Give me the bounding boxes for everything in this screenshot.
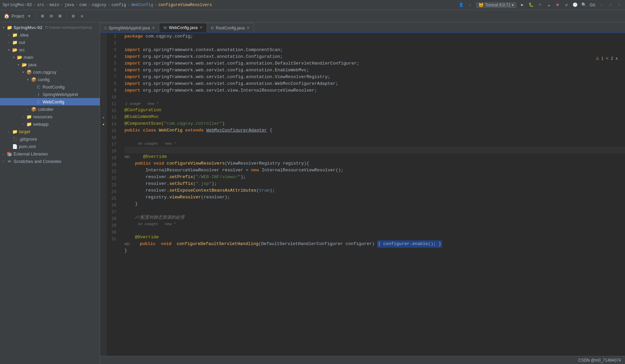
- sidebar-item-main[interactable]: ▾ 📂 main: [0, 53, 100, 61]
- sidebar-item-idea[interactable]: › 📁 .idea: [0, 31, 100, 39]
- rerun-icon[interactable]: ↺: [563, 2, 569, 8]
- project-chevron[interactable]: ▾: [25, 13, 33, 20]
- tab-icon-root: R: [211, 26, 214, 30]
- breadcrumb-config[interactable]: config: [112, 3, 126, 7]
- com-cqgcxy-label: com.cqgcxy: [33, 70, 56, 75]
- ln-28: 28: [107, 216, 119, 222]
- sidebar-item-gitignore[interactable]: › ⚫ .gitignore: [0, 135, 100, 143]
- code-meta-1: 1 usage new *: [124, 101, 625, 107]
- sidebar-item-springmvc02[interactable]: ▾ 📁 SpringMvc-02 D:\maven-workspace\Spri…: [0, 24, 100, 31]
- git-label: Git:: [589, 3, 596, 7]
- tab-webconfig[interactable]: W WebConfig.java ✕: [159, 23, 207, 32]
- ln-2: 2: [107, 40, 119, 47]
- search-icon[interactable]: 🔍: [581, 2, 587, 8]
- ln-17: 17: [107, 141, 119, 148]
- code-content[interactable]: package com.cqgcxy.config; import org.sp…: [122, 33, 625, 356]
- collapse-icon[interactable]: ∧: [615, 56, 618, 61]
- breadcrumb-java[interactable]: java: [64, 3, 74, 7]
- sidebar-item-rootconfig[interactable]: › C RootConfig: [0, 83, 100, 91]
- tab-close-rootconfig[interactable]: ✕: [247, 26, 250, 30]
- breadcrumb-main[interactable]: main: [49, 3, 59, 7]
- toolbar-close-icon[interactable]: ✕: [78, 13, 86, 20]
- code-line-23: }: [124, 201, 625, 208]
- coverage-icon[interactable]: ⚡: [537, 2, 543, 8]
- ln-23: 23: [107, 182, 119, 189]
- ln-13: 13: [107, 114, 119, 121]
- sidebar-item-webapp[interactable]: › 📁 webapp: [0, 120, 100, 128]
- breadcrumb-com[interactable]: com: [79, 3, 87, 7]
- code-line-10: [124, 94, 625, 101]
- ln-10: 10: [107, 94, 119, 101]
- arrow-icon: ▾: [11, 55, 16, 59]
- history-icon[interactable]: 🕐: [572, 2, 578, 8]
- vcs-icon[interactable]: ✓: [467, 2, 473, 8]
- sidebar-item-target[interactable]: › 📁 target: [0, 128, 100, 135]
- package-icon: 📦: [31, 106, 37, 112]
- gutter-line-14: ●: [100, 121, 107, 128]
- project-path: D:\maven-workspace\Spring: [45, 25, 92, 29]
- breadcrumb-springmvc02[interactable]: SpringMvc-02: [3, 3, 32, 7]
- tab-rootconfig[interactable]: R RootConfig.java ✕: [207, 23, 254, 32]
- sidebar-item-webconfig[interactable]: › C WebConfig: [0, 98, 100, 105]
- stop-icon[interactable]: ■: [554, 2, 560, 8]
- toolbar: 🏠 Project ▾ ⊞ ⊟ ⊠ ⚙ ✕: [0, 10, 625, 22]
- tab-close-spring[interactable]: ✕: [152, 26, 155, 30]
- code-line-17: ⊕@↓ @Override: [124, 153, 625, 160]
- extlib-icon: 📚: [7, 151, 12, 156]
- arrow-icon: ▾: [16, 63, 20, 67]
- gutter-line-13: ●: [100, 114, 107, 121]
- ln-9: 9: [107, 87, 119, 94]
- code-line-24: [124, 208, 625, 214]
- breadcrumb-webconfig[interactable]: WebConfig: [131, 3, 153, 7]
- toolbar-expand-icon[interactable]: ⊠: [56, 13, 64, 20]
- breadcrumb-cqgcxy[interactable]: cqgcxy: [92, 3, 106, 7]
- code-line-5: import org.springframework.web.servlet.c…: [124, 60, 625, 67]
- deploy-icon[interactable]: ☁: [546, 2, 552, 8]
- warning-count: 2: [611, 56, 613, 61]
- sidebar-item-springwebappinit[interactable]: › I SpringWebAppInit: [0, 91, 100, 98]
- sidebar-item-extlibs[interactable]: › 📚 External Libraries: [0, 150, 100, 157]
- tab-springwebappinit[interactable]: S SpringWebAppInit.java ✕: [100, 23, 159, 32]
- toolbar-collapse-icon[interactable]: ⊟: [47, 13, 55, 20]
- resources-label: resources: [33, 114, 52, 119]
- build-icon[interactable]: ▶: [519, 2, 525, 8]
- tab-close-webconfig[interactable]: ✕: [200, 25, 203, 30]
- package-icon: 📦: [26, 69, 32, 75]
- sidebar-item-scratches[interactable]: › ✏ Scratches and Consoles: [0, 157, 100, 165]
- user-icon[interactable]: 👤: [458, 2, 464, 8]
- ln-31: 31: [107, 236, 119, 243]
- sidebar-item-out[interactable]: › 📁 out: [0, 39, 100, 46]
- code-line-31: [124, 268, 625, 274]
- sidebar-item-src[interactable]: ▾ 📂 src: [0, 46, 100, 53]
- gutter-line-4: [100, 53, 107, 60]
- breadcrumb-src[interactable]: src: [37, 3, 45, 7]
- code-line-18: InternalResourceViewResolver resolver = …: [124, 167, 625, 174]
- gutter-line-8: [100, 80, 107, 87]
- code-line-17b: public void configureViewResolvers(ViewR…: [124, 160, 625, 167]
- toolbar-layout-icon[interactable]: ⊞: [39, 13, 46, 20]
- sidebar-item-pom[interactable]: › 📄 pom.xml: [0, 143, 100, 150]
- editor-area: S SpringWebAppInit.java ✕ W WebConfig.ja…: [100, 22, 625, 364]
- git-tick-icon[interactable]: ✓: [607, 2, 614, 8]
- package-icon: 📦: [31, 77, 37, 82]
- git-push-icon[interactable]: ↑: [616, 2, 622, 8]
- code-line-26: [124, 227, 625, 234]
- tomcat-button[interactable]: 🐱 Tomcat 9.0.71 ▾: [476, 2, 516, 8]
- sidebar-item-java[interactable]: ▾ 📂 java: [0, 61, 100, 68]
- toolbar-settings-icon[interactable]: ⚙: [69, 13, 77, 20]
- arrow-icon: ›: [21, 122, 25, 126]
- debug-icon[interactable]: 🐛: [528, 2, 534, 8]
- code-line-27-ann: @Override: [124, 234, 625, 241]
- project-icon[interactable]: 🏠: [3, 13, 10, 20]
- sidebar-item-resources[interactable]: › 📁 resources: [0, 113, 100, 120]
- ln-30: 30: [107, 229, 119, 236]
- pom-label: pom.xml: [19, 144, 36, 149]
- git-check-icon[interactable]: ✓: [599, 2, 605, 8]
- sidebar-item-com-cqgcxy[interactable]: ▾ 📦 com.cqgcxy: [0, 68, 100, 76]
- main-label: main: [24, 55, 33, 60]
- project-label: Project: [11, 14, 24, 19]
- sidebar-item-cotroller[interactable]: › 📦 cotroller: [0, 105, 100, 113]
- sidebar-item-config[interactable]: ▾ 📦 config: [0, 76, 100, 83]
- gitignore-label: .gitignore: [19, 137, 37, 142]
- tab-label-active: WebConfig.java: [169, 25, 198, 30]
